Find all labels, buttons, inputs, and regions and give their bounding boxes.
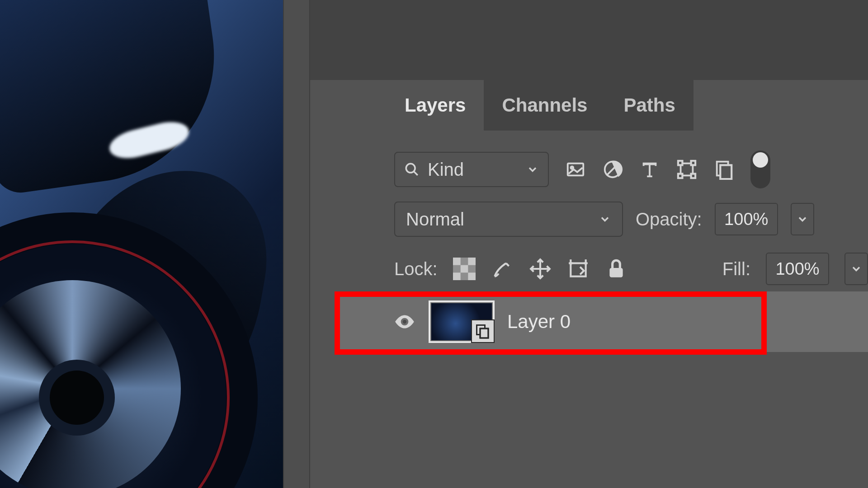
- filter-kind-label: Kind: [428, 160, 464, 180]
- artwork-hub: [50, 371, 104, 425]
- layer-row[interactable]: Layer 0: [335, 291, 868, 352]
- panel-dock-background: [310, 0, 868, 80]
- lock-pixels-brush-icon[interactable]: [491, 258, 514, 280]
- filter-pixel-layers-icon[interactable]: [565, 159, 586, 180]
- layer-thumbnail[interactable]: [429, 300, 495, 343]
- fill-input[interactable]: 100%: [766, 253, 829, 285]
- lock-all-icon[interactable]: [605, 258, 627, 280]
- svg-rect-18: [453, 258, 461, 265]
- blend-mode-select[interactable]: Normal: [394, 202, 623, 237]
- tab-paths[interactable]: Paths: [605, 80, 693, 131]
- svg-rect-22: [468, 272, 476, 280]
- artwork-shape: [0, 0, 230, 196]
- filter-adjustment-layers-icon[interactable]: [602, 159, 623, 180]
- blend-opacity-row: Normal Opacity: 100%: [394, 201, 868, 238]
- svg-point-0: [406, 164, 415, 173]
- filter-shape-layers-icon[interactable]: [676, 159, 697, 180]
- tab-channels[interactable]: Channels: [484, 80, 605, 131]
- blend-mode-value: Normal: [406, 209, 464, 230]
- svg-line-1: [414, 171, 418, 175]
- filter-kind-select[interactable]: Kind: [394, 152, 549, 187]
- svg-point-31: [403, 320, 406, 324]
- filter-smart-objects-icon[interactable]: [713, 159, 734, 180]
- lock-label: Lock:: [394, 259, 438, 279]
- svg-point-3: [571, 166, 573, 169]
- lock-transparency-icon[interactable]: [453, 258, 476, 280]
- opacity-label: Opacity:: [636, 209, 702, 230]
- panel-gutter: [283, 0, 310, 488]
- visibility-eye-icon[interactable]: [393, 310, 416, 333]
- filter-type-layers-icon[interactable]: [639, 159, 660, 180]
- fill-stepper[interactable]: [844, 253, 868, 285]
- toggle-knob: [753, 152, 768, 168]
- chevron-down-icon: [526, 163, 539, 176]
- chevron-down-icon: [599, 213, 611, 225]
- svg-rect-21: [453, 272, 461, 280]
- lock-fill-row: Lock: Fill: 100%: [394, 250, 868, 287]
- filter-toggle-switch[interactable]: [750, 150, 770, 188]
- svg-rect-15: [720, 165, 731, 179]
- svg-rect-33: [480, 328, 488, 338]
- opacity-input[interactable]: 100%: [715, 203, 778, 235]
- fill-label: Fill:: [722, 259, 750, 279]
- lock-artboard-nesting-icon[interactable]: [567, 258, 590, 280]
- canvas-document-area[interactable]: [0, 0, 283, 488]
- opacity-stepper[interactable]: [791, 203, 814, 235]
- panel-tabs: Layers Channels Paths: [387, 80, 693, 131]
- svg-rect-30: [609, 268, 623, 277]
- smart-object-badge-icon: [471, 319, 495, 343]
- layer-name-label[interactable]: Layer 0: [507, 311, 571, 333]
- svg-rect-19: [468, 258, 476, 265]
- svg-rect-20: [460, 265, 468, 273]
- layer-filter-row: Kind: [394, 151, 868, 188]
- tab-layers[interactable]: Layers: [387, 80, 484, 131]
- search-icon: [404, 162, 420, 177]
- lock-position-move-icon[interactable]: [529, 258, 552, 280]
